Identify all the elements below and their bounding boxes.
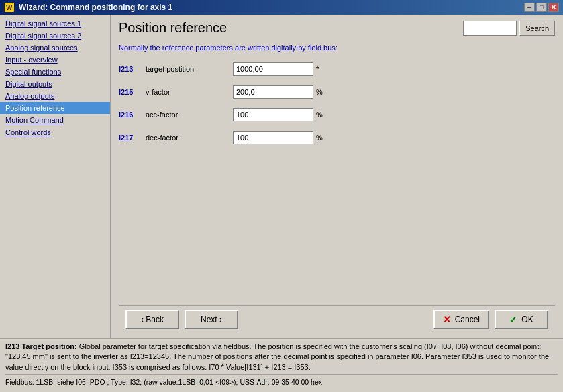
param-input-i217[interactable] <box>233 131 313 144</box>
sidebar-item-digital-signal-sources-2[interactable]: Digital signal sources 2 <box>0 30 110 42</box>
panel-title: Position reference <box>119 20 227 36</box>
search-area: Search <box>463 21 555 36</box>
param-id-i217: I217 <box>119 134 146 142</box>
param-row-i217: I217 dec-factor % <box>119 131 555 144</box>
params-section: I213 target postition * I215 v-factor % … <box>119 62 555 305</box>
next-button[interactable]: Next › <box>185 310 238 329</box>
right-panel: Position reference Search Normally the r… <box>111 15 563 338</box>
title-bar-text: Wizard: Command positioning for axis 1 <box>19 3 524 12</box>
title-bar-buttons: ─ □ ✕ <box>524 3 559 12</box>
cancel-x-icon: ✕ <box>443 314 451 325</box>
title-bar: W Wizard: Command positioning for axis 1… <box>0 0 563 15</box>
sidebar-item-control-words[interactable]: Control words <box>0 126 110 138</box>
btn-group-left: ‹ Back Next › <box>125 310 238 329</box>
param-row-i213: I213 target postition * <box>119 62 555 76</box>
ok-button[interactable]: ✔ OK <box>495 310 548 329</box>
sidebar-item-analog-outputs[interactable]: Analog outputs <box>0 90 110 102</box>
search-button[interactable]: Search <box>519 21 555 36</box>
param-id-i216: I216 <box>119 111 146 119</box>
cancel-button[interactable]: ✕ Cancel <box>433 310 489 329</box>
ok-check-icon: ✔ <box>509 314 517 325</box>
info-text: Normally the reference parameters are wr… <box>119 44 555 52</box>
sidebar-item-analog-signal-sources[interactable]: Analog signal sources <box>0 42 110 54</box>
param-unit-i213: * <box>316 65 327 73</box>
param-name-i217: dec-factor <box>146 134 233 142</box>
panel-header: Position reference Search <box>119 20 555 36</box>
sidebar: Digital signal sources 1 Digital signal … <box>0 15 111 338</box>
param-input-i213[interactable] <box>233 62 313 76</box>
sidebar-item-special-functions[interactable]: Special functions <box>0 66 110 78</box>
search-input[interactable] <box>463 21 517 36</box>
info-panel-sub-text: Fieldbus: 1LSB=siehe I06; PDO ; Type: I3… <box>5 377 558 387</box>
info-panel: I213 Target position: Global parameter f… <box>0 338 563 392</box>
info-panel-divider <box>5 374 558 375</box>
param-row-i216: I216 acc-factor % <box>119 108 555 121</box>
info-panel-bold: I213 Target position: <box>5 342 77 350</box>
back-button[interactable]: ‹ Back <box>125 310 179 329</box>
sidebar-item-motion-command[interactable]: Motion Command <box>0 114 110 126</box>
sidebar-item-input-overview[interactable]: Input - overview <box>0 54 110 66</box>
ok-label: OK <box>521 315 533 324</box>
param-input-i216[interactable] <box>233 108 313 121</box>
wizard-icon: W <box>4 2 15 13</box>
param-unit-i216: % <box>316 111 327 119</box>
sidebar-item-digital-outputs[interactable]: Digital outputs <box>0 78 110 90</box>
btn-group-right: ✕ Cancel ✔ OK <box>433 310 548 329</box>
param-name-i213: target postition <box>146 65 233 73</box>
info-panel-text-body: Global parameter for target specificatio… <box>5 342 549 371</box>
bottom-buttons: ‹ Back Next › ✕ Cancel ✔ OK <box>119 305 555 333</box>
param-id-i213: I213 <box>119 65 146 73</box>
param-unit-i217: % <box>316 134 327 142</box>
close-button[interactable]: ✕ <box>548 3 559 12</box>
svg-text:W: W <box>6 4 13 11</box>
cancel-label: Cancel <box>455 315 480 324</box>
sidebar-item-position-reference[interactable]: Position reference <box>0 102 110 114</box>
param-input-i215[interactable] <box>233 85 313 99</box>
minimize-button[interactable]: ─ <box>524 3 535 12</box>
main-window: Digital signal sources 1 Digital signal … <box>0 15 563 392</box>
param-id-i215: I215 <box>119 88 146 96</box>
param-unit-i215: % <box>316 88 327 96</box>
maximize-button[interactable]: □ <box>536 3 547 12</box>
sidebar-item-digital-signal-sources-1[interactable]: Digital signal sources 1 <box>0 17 110 30</box>
info-panel-main-text: I213 Target position: Global parameter f… <box>5 342 558 373</box>
param-row-i215: I215 v-factor % <box>119 85 555 99</box>
param-name-i216: acc-factor <box>146 111 233 119</box>
param-name-i215: v-factor <box>146 88 233 96</box>
content-area: Digital signal sources 1 Digital signal … <box>0 15 563 338</box>
